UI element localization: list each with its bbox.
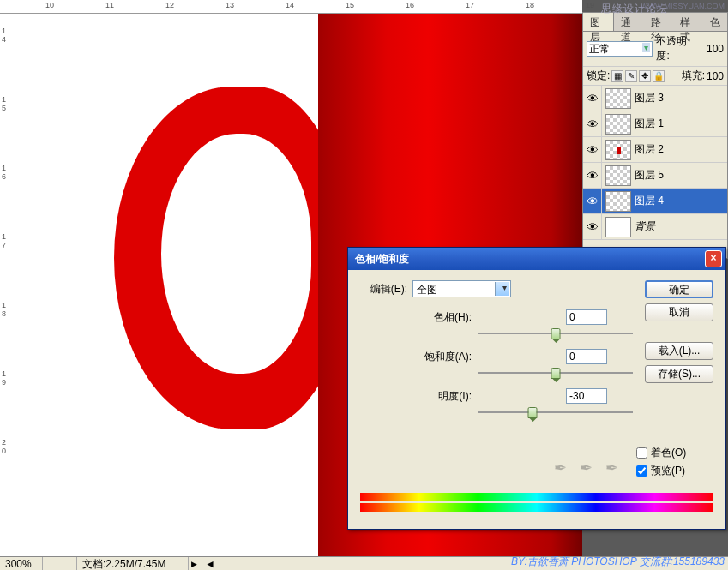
document-size[interactable]: 文档:2.25M/7.45M: [77, 557, 189, 570]
cancel-button[interactable]: 取消: [645, 303, 713, 321]
ruler-h-tick: 16: [406, 1, 414, 9]
layer-name: 图层 2: [635, 142, 664, 157]
ruler-h-tick: 18: [526, 1, 534, 9]
lightness-label: 明度(I):: [403, 389, 472, 404]
slider-thumb-icon[interactable]: [551, 368, 561, 379]
layer-name: 图层 1: [635, 117, 664, 131]
layers-panel[interactable]: 图层 通道 路径 样式 色 正常 不透明度: 100 锁定: ▦ ✎ ✥ 🔒 填…: [582, 12, 728, 259]
ruler-origin[interactable]: [0, 0, 15, 14]
hue-saturation-dialog[interactable]: 色相/饱和度 × 编辑(E): 全图 色相(H): 饱和度(A): 明度(I):: [347, 247, 726, 530]
ruler-v-tick: 1: [2, 95, 6, 104]
lock-move-icon[interactable]: ✥: [639, 70, 651, 82]
ruler-v-tick: 1: [2, 164, 6, 172]
hue-strip-bottom: [360, 503, 713, 512]
opacity-value[interactable]: 100: [701, 43, 724, 55]
horizontal-ruler[interactable]: 10 11 12 13 14 15 16 17 18 19: [15, 0, 582, 14]
ruler-v-tick: 1: [2, 369, 6, 378]
visibility-eye-icon[interactable]: 👁: [583, 189, 602, 214]
visibility-eye-icon[interactable]: 👁: [583, 163, 602, 189]
layer-row[interactable]: 👁 图层 1: [583, 111, 727, 137]
ruler-v-tick: 1: [2, 27, 6, 35]
ruler-h-tick: 17: [466, 1, 474, 9]
opacity-label: 不透明度:: [656, 34, 699, 63]
vertical-ruler[interactable]: 1 4 1 5 1 6 1 7 1 8 1 9 2 0: [0, 14, 15, 556]
status-menu-icon[interactable]: ▶: [189, 560, 200, 568]
ok-button[interactable]: 确定: [645, 280, 713, 298]
blend-mode-select[interactable]: 正常: [587, 41, 653, 57]
ruler-v-tick: 2: [2, 438, 6, 447]
lock-all-icon[interactable]: 🔒: [653, 70, 665, 82]
hue-spectrum: [360, 493, 713, 513]
scroll-left-icon[interactable]: ◄: [200, 557, 220, 570]
ruler-h-tick: 10: [45, 1, 54, 9]
ruler-v-tick: 8: [2, 309, 6, 318]
layer-thumb[interactable]: [605, 191, 631, 212]
layer-row[interactable]: 👁 图层 4: [583, 189, 727, 214]
tab-color[interactable]: 色: [703, 13, 727, 31]
eyedropper-group: ✒ ✒ ✒: [554, 459, 623, 476]
load-button[interactable]: 载入(L)...: [645, 342, 713, 360]
eyedropper-add-icon[interactable]: ✒: [580, 459, 597, 476]
ruler-h-tick: 19: [586, 1, 594, 9]
saturation-input[interactable]: [566, 349, 607, 364]
mug-handle-hole: [161, 134, 311, 374]
dialog-titlebar[interactable]: 色相/饱和度 ×: [348, 248, 725, 270]
lock-brush-icon[interactable]: ✎: [625, 70, 637, 82]
eyedropper-subtract-icon[interactable]: ✒: [605, 459, 623, 476]
preview-label: 预览(P): [651, 464, 685, 478]
hue-input[interactable]: [566, 309, 607, 325]
ruler-h-tick: 11: [105, 1, 114, 9]
hue-slider[interactable]: [478, 327, 633, 340]
saturation-slider[interactable]: [478, 366, 633, 380]
ruler-v-tick: 7: [2, 241, 6, 249]
layer-row[interactable]: 👁 图层 2: [583, 137, 727, 163]
ruler-v-tick: 5: [2, 104, 6, 112]
visibility-eye-icon[interactable]: 👁: [583, 111, 602, 137]
fill-value[interactable]: 100: [707, 70, 724, 82]
lock-transparency-icon[interactable]: ▦: [611, 70, 623, 82]
lock-label: 锁定:: [587, 69, 610, 83]
ruler-v-tick: 4: [2, 35, 6, 44]
ruler-v-tick: 6: [2, 172, 6, 181]
ruler-h-tick: 15: [346, 1, 354, 9]
close-icon[interactable]: ×: [705, 250, 722, 267]
layer-row[interactable]: 👁 背景: [583, 214, 727, 240]
ruler-v-tick: 0: [2, 447, 6, 455]
layer-row[interactable]: 👁 图层 5: [583, 163, 727, 189]
layer-thumb[interactable]: [605, 140, 631, 160]
eyedropper-icon[interactable]: ✒: [554, 459, 571, 476]
slider-thumb-icon[interactable]: [551, 328, 561, 339]
layer-name: 图层 4: [635, 194, 664, 208]
lightness-slider[interactable]: [478, 405, 633, 419]
visibility-eye-icon[interactable]: 👁: [583, 137, 602, 163]
layer-row[interactable]: 👁 图层 3: [583, 86, 727, 111]
layer-thumb[interactable]: [605, 217, 631, 237]
ruler-h-tick: 12: [165, 1, 174, 9]
layer-thumb[interactable]: [605, 165, 631, 186]
visibility-eye-icon[interactable]: 👁: [583, 214, 602, 240]
fill-label: 填充:: [682, 69, 705, 83]
lightness-input[interactable]: [566, 388, 607, 404]
slider-thumb-icon[interactable]: [528, 407, 538, 418]
status-spacer: [43, 557, 77, 570]
zoom-level[interactable]: 300%: [0, 557, 43, 570]
watermark-url: WWW.MISSYUAN.COM: [641, 2, 725, 10]
tab-styles[interactable]: 样式: [673, 13, 703, 31]
colorize-checkbox[interactable]: [636, 447, 647, 459]
layer-thumb[interactable]: [605, 88, 631, 109]
ruler-v-tick: 1: [2, 301, 6, 309]
layer-thumb[interactable]: [605, 114, 631, 135]
dialog-title: 色相/饱和度: [355, 252, 409, 267]
edit-combobox[interactable]: 全图: [412, 280, 511, 297]
credit-text: BY:古欲香萧 PHOTOSHOP 交流群:155189433: [511, 555, 725, 569]
save-button[interactable]: 存储(S)...: [645, 365, 713, 383]
layer-name: 图层 5: [635, 168, 664, 183]
ruler-v-tick: 9: [2, 378, 6, 387]
ruler-v-tick: 1: [2, 232, 6, 241]
layer-list: 👁 图层 3 👁 图层 1 👁 图层 2 👁 图层 5 👁 图层 4 👁: [583, 86, 727, 253]
visibility-eye-icon[interactable]: 👁: [583, 86, 602, 111]
preview-checkbox[interactable]: [636, 465, 647, 477]
layer-name: 背景: [635, 219, 655, 234]
layer-name: 图层 3: [635, 91, 664, 105]
ruler-h-tick: 13: [226, 1, 234, 9]
